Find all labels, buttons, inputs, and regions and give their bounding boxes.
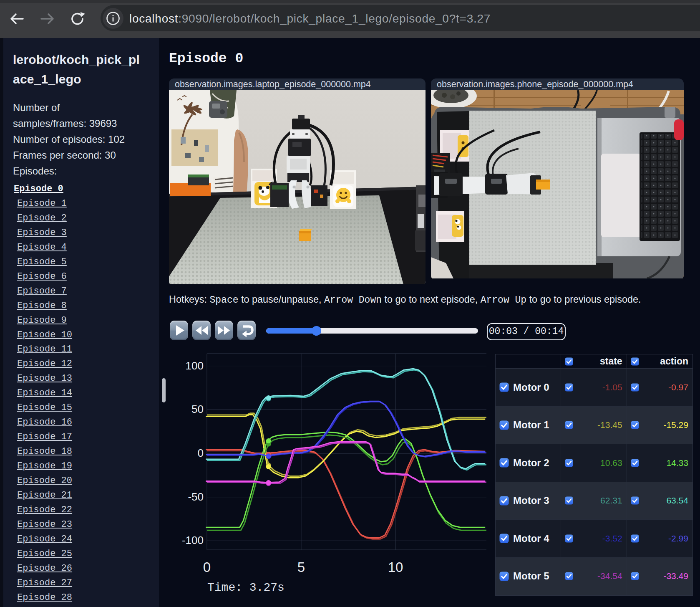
svg-text:10: 10 xyxy=(388,559,403,575)
svg-text:0: 0 xyxy=(203,559,211,575)
svg-text:Time: 3.27s: Time: 3.27s xyxy=(207,581,285,594)
svg-text:5: 5 xyxy=(297,559,305,575)
svg-text:-50: -50 xyxy=(188,491,204,503)
svg-text:50: 50 xyxy=(191,403,204,415)
svg-text:100: 100 xyxy=(186,359,204,372)
svg-text:0: 0 xyxy=(198,447,204,459)
svg-text:-100: -100 xyxy=(182,534,204,546)
